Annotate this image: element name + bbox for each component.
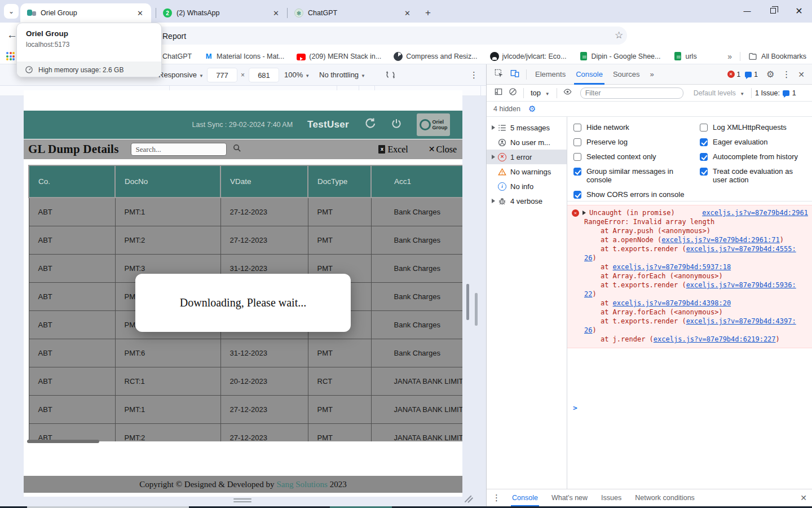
- inspect-element-icon[interactable]: [495, 69, 504, 80]
- device-mode-dropdown[interactable]: Responsive▼: [158, 71, 204, 79]
- throttling-dropdown[interactable]: No throttling▼: [319, 71, 365, 79]
- devtools-settings-gear-icon[interactable]: ⚙: [766, 69, 774, 80]
- console-setting-checkbox[interactable]: Group similar messages in console: [573, 167, 700, 184]
- console-sidebar-item[interactable]: 5 messages: [487, 120, 567, 135]
- tab-close-icon[interactable]: ✕: [402, 9, 413, 17]
- device-toolbar-toggle-icon[interactable]: [510, 69, 519, 80]
- checkbox-checked-icon[interactable]: [573, 191, 581, 199]
- search-input[interactable]: [131, 143, 227, 156]
- bookmark-item[interactable]: MMaterial Icons - Mat...: [204, 52, 284, 61]
- devtools-menu-icon[interactable]: ⋮: [782, 69, 791, 80]
- console-sidebar-item[interactable]: No user m...: [487, 135, 567, 150]
- stack-source-link[interactable]: exceljs.js?v=87e79b4d:2961:71: [661, 236, 780, 244]
- message-count-icon[interactable]: [745, 72, 752, 77]
- close-report-button[interactable]: ✕ Close: [429, 144, 457, 155]
- drawer-menu-icon[interactable]: ⋮: [492, 493, 501, 503]
- log-levels-dropdown[interactable]: Default levels ▼: [694, 89, 744, 97]
- error-expander-icon[interactable]: [582, 211, 586, 215]
- console-setting-checkbox[interactable]: Show CORS errors in console: [573, 190, 700, 199]
- console-setting-checkbox[interactable]: Eager evaluation: [700, 138, 809, 146]
- stack-source-link[interactable]: exceljs.js?v=87e79b4d:6219:227: [654, 335, 776, 343]
- console-sidebar-item[interactable]: iNo info: [487, 179, 567, 194]
- clear-console-icon[interactable]: [509, 87, 517, 98]
- checkbox-checked-icon[interactable]: [700, 153, 708, 161]
- console-setting-checkbox[interactable]: Log XMLHttpRequests: [700, 123, 809, 132]
- vertical-scrollbar-thumb[interactable]: [475, 293, 478, 326]
- drawer-tab-console[interactable]: Console: [506, 489, 544, 507]
- sync-icon[interactable]: [364, 117, 376, 132]
- excel-export-button[interactable]: x Excel: [378, 144, 408, 155]
- bookmark-item[interactable]: Dipin - Google Shee...: [579, 52, 661, 60]
- drawer-close-icon[interactable]: ✕: [800, 493, 807, 502]
- power-icon[interactable]: [391, 118, 402, 132]
- new-tab-button[interactable]: +: [425, 8, 431, 17]
- console-setting-checkbox[interactable]: Selected context only: [573, 152, 700, 161]
- bookmark-label: Compress and Resiz...: [406, 52, 477, 60]
- live-expression-eye-icon[interactable]: [563, 87, 572, 98]
- checkbox-unchecked-icon[interactable]: [573, 138, 581, 146]
- bookmark-item[interactable]: (209) MERN Stack in...: [297, 52, 381, 60]
- viewport-width-input[interactable]: [208, 68, 237, 82]
- javascript-context-dropdown[interactable]: top ▼: [531, 89, 550, 97]
- drawer-tab-issues[interactable]: Issues: [595, 489, 627, 507]
- console-setting-checkbox[interactable]: Autocomplete from history: [700, 152, 809, 161]
- device-toolbar-menu-icon[interactable]: ⋮: [470, 70, 478, 80]
- vertical-scrollbar-thumb[interactable]: [466, 284, 469, 320]
- error-source-link[interactable]: exceljs.js?v=87e79b4d:2961: [702, 208, 808, 217]
- minimize-button[interactable]: —: [734, 0, 760, 21]
- console-setting-checkbox[interactable]: Treat code evaluation as user action: [700, 167, 809, 184]
- sang-solutions-link[interactable]: Sang Solutions: [276, 480, 327, 489]
- all-bookmarks-button[interactable]: All Bookmarks: [748, 52, 806, 61]
- devtools-more-tabs-icon[interactable]: »: [645, 64, 659, 85]
- apps-grid-icon[interactable]: [6, 52, 15, 60]
- devtools-tab-sources[interactable]: Sources: [608, 64, 645, 85]
- expander-icon[interactable]: [492, 199, 495, 203]
- bookmark-star-icon[interactable]: ☆: [615, 29, 623, 41]
- search-icon[interactable]: [232, 143, 242, 155]
- horizontal-scrollbar-thumb[interactable]: [27, 440, 99, 443]
- bookmark-item[interactable]: urls: [673, 52, 697, 60]
- stack-source-link[interactable]: exceljs.js?v=87e79b4d:4398:20: [613, 299, 731, 307]
- error-count-icon[interactable]: ✕: [727, 71, 735, 78]
- checkbox-checked-icon[interactable]: [573, 168, 581, 176]
- console-sidebar-item[interactable]: ✕1 error: [487, 150, 567, 164]
- bookmark-item[interactable]: Compress and Resiz...: [394, 52, 477, 61]
- tab-close-icon[interactable]: ✕: [271, 9, 281, 17]
- console-setting-checkbox[interactable]: Preserve log: [573, 138, 700, 146]
- viewport-corner-resize-handle[interactable]: [462, 493, 474, 505]
- tab-whatsapp[interactable]: 2 (2) WhatsApp ✕: [156, 3, 287, 23]
- issues-counter[interactable]: 1 Issue: 1: [755, 89, 796, 97]
- checkbox-checked-icon[interactable]: [700, 138, 708, 146]
- console-setting-checkbox[interactable]: Hide network: [573, 123, 700, 132]
- bookmark-item[interactable]: jvlcode/jvlcart: Eco...: [490, 52, 567, 61]
- expander-icon[interactable]: [492, 125, 495, 130]
- devtools-tab-console[interactable]: Console: [571, 64, 608, 85]
- tab-close-icon[interactable]: ✕: [135, 9, 145, 17]
- console-sidebar-item[interactable]: No warnings: [487, 164, 567, 179]
- bookmarks-overflow-icon[interactable]: »: [727, 52, 732, 61]
- viewport-height-input[interactable]: [249, 68, 279, 82]
- drawer-tab-whats-new[interactable]: What's new: [546, 489, 593, 507]
- checkbox-unchecked-icon[interactable]: [700, 124, 708, 132]
- expander-icon[interactable]: [492, 155, 495, 159]
- close-window-button[interactable]: ✕: [786, 0, 812, 21]
- devtools-close-icon[interactable]: ✕: [798, 70, 805, 79]
- checkbox-unchecked-icon[interactable]: [573, 124, 581, 132]
- console-sidebar-item[interactable]: 4 verbose: [487, 194, 567, 208]
- checkbox-checked-icon[interactable]: [700, 168, 708, 176]
- checkbox-unchecked-icon[interactable]: [573, 153, 581, 161]
- console-filter-input[interactable]: [580, 87, 683, 99]
- restore-button[interactable]: [760, 0, 786, 21]
- console-prompt-chevron[interactable]: >: [573, 404, 577, 412]
- devtools-tab-elements[interactable]: Elements: [530, 64, 571, 85]
- tab-chatgpt[interactable]: ✻ ChatGPT ✕: [288, 3, 418, 23]
- console-sidebar-toggle-icon[interactable]: [494, 87, 503, 98]
- tab-oriel-group[interactable]: Oriel Group ✕: [20, 3, 151, 23]
- stack-source-link[interactable]: exceljs.js?v=87e79b4d:5937:18: [613, 263, 731, 271]
- filter-settings-gear-icon[interactable]: ⚙: [528, 104, 536, 114]
- zoom-dropdown[interactable]: 100%▼: [284, 71, 310, 79]
- rotate-viewport-icon[interactable]: [385, 69, 396, 82]
- tab-search-button[interactable]: ⌄: [4, 4, 19, 19]
- viewport-resize-handle[interactable]: [233, 498, 251, 504]
- drawer-tab-network-conditions[interactable]: Network conditions: [629, 489, 700, 507]
